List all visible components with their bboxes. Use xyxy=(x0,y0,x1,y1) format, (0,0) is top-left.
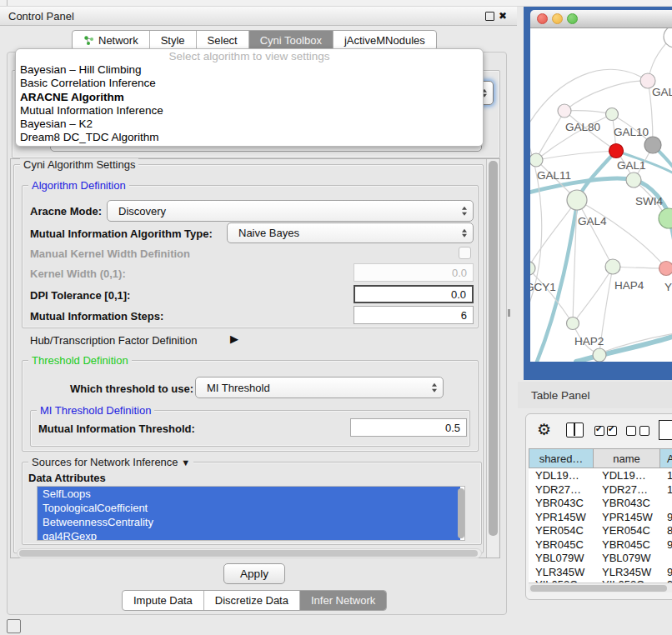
column-header-name[interactable]: name xyxy=(594,448,660,468)
node-hap2[interactable] xyxy=(567,318,579,330)
manual-kernel-label: Manual Kernel Width Definition xyxy=(30,248,190,260)
node-salmon[interactable] xyxy=(659,262,672,276)
mi-steps-value: 6 xyxy=(461,309,467,322)
document-icon[interactable] xyxy=(659,420,672,440)
node-gal11[interactable] xyxy=(530,153,543,167)
settings-vscrollbar-thumb[interactable] xyxy=(489,161,498,536)
control-panel-titlebar: Control Panel xyxy=(0,7,517,26)
attribute-item[interactable]: gal4RGexp xyxy=(38,529,460,541)
sources-title-text: Sources for Network Inference xyxy=(32,456,178,468)
dropdown-item-selected[interactable]: ARACNE Algorithm xyxy=(16,91,483,104)
dpi-tolerance-value: 0.0 xyxy=(451,288,466,301)
node-gray[interactable] xyxy=(644,137,661,153)
attributes-list-scrollbar-thumb[interactable] xyxy=(458,488,464,538)
aracne-mode-label: Aracne Mode: xyxy=(30,205,102,218)
kernel-width-input[interactable]: 0.0 xyxy=(354,263,474,282)
window-zoom-button[interactable] xyxy=(567,13,578,24)
aracne-mode-combo[interactable]: Discovery xyxy=(107,200,474,222)
manual-kernel-checkbox[interactable] xyxy=(459,247,471,259)
close-panel-icon[interactable]: ✖ xyxy=(499,11,507,21)
tab-style[interactable]: Style xyxy=(150,31,197,50)
attribute-item[interactable]: BetweennessCentrality xyxy=(38,515,460,529)
unchecked-box-icon[interactable] xyxy=(639,426,649,436)
mi-threshold-input[interactable]: 0.5 xyxy=(350,418,467,437)
node-labels: GAL GAL80 GAL10 GAL1 GAL11 SWI4 GAL4 GCY… xyxy=(530,86,672,348)
attribute-item[interactable]: SelfLoops xyxy=(38,487,460,501)
settings-hscrollbar[interactable] xyxy=(17,548,482,558)
mi-steps-label: Mutual Information Steps: xyxy=(30,310,163,322)
tab-cyni-toolbox-label: Cyni Toolbox xyxy=(260,34,322,47)
apply-button[interactable]: Apply xyxy=(223,563,285,584)
combo-spinner-icon xyxy=(432,383,437,392)
tab-discretize-data-label: Discretize Data xyxy=(215,594,288,607)
kernel-width-value: 0.0 xyxy=(452,267,467,279)
column-header-shared-name[interactable]: shared… xyxy=(529,448,594,468)
table-body: YDL19…YDL19…13 YDR27…YDR27…12 YBR043CYBR… xyxy=(529,468,672,582)
tab-infer-network-label: Infer Network xyxy=(311,594,375,607)
dropdown-item[interactable]: Mutual Information Inference xyxy=(16,104,483,118)
restore-panel-button[interactable] xyxy=(7,619,21,633)
table-hscrollbar-thumb[interactable] xyxy=(530,585,667,592)
tab-impute-data[interactable]: Impute Data xyxy=(123,591,204,610)
apply-button-label: Apply xyxy=(240,568,268,580)
hub-expander-arrow-icon[interactable]: ▶ xyxy=(230,332,238,345)
column-header-label: name xyxy=(613,452,640,465)
node-gal4[interactable] xyxy=(567,190,587,210)
algorithm-definition-title: Algorithm Definition xyxy=(28,179,129,192)
node-big-green[interactable] xyxy=(659,208,672,228)
checked-box-icon[interactable]: ✔ xyxy=(594,426,604,436)
unchecked-box-icon[interactable] xyxy=(626,426,636,436)
window-close-button[interactable] xyxy=(537,13,548,24)
network-window-titlebar[interactable] xyxy=(530,10,672,28)
table-hscrollbar[interactable] xyxy=(529,582,672,592)
dropdown-item[interactable]: Bayesian – Hill Climbing xyxy=(16,63,483,77)
column-browser-icon[interactable] xyxy=(566,422,584,438)
mi-type-value: Naive Bayes xyxy=(238,227,299,239)
combo-spinner-icon xyxy=(462,228,467,238)
node-hap4[interactable] xyxy=(605,259,620,274)
settings-hscrollbar-thumb[interactable] xyxy=(19,550,478,557)
tab-discretize-data[interactable]: Discretize Data xyxy=(204,591,300,610)
window-minimize-button[interactable] xyxy=(552,13,563,24)
dpi-tolerance-label: DPI Tolerance [0,1]: xyxy=(30,289,130,302)
node-gcy1[interactable] xyxy=(530,262,535,275)
node-gal80[interactable] xyxy=(558,104,571,118)
tab-select-label: Select xyxy=(208,34,238,47)
mi-steps-input[interactable]: 6 xyxy=(354,306,474,324)
tab-select[interactable]: Select xyxy=(197,31,249,50)
settings-vscrollbar[interactable] xyxy=(486,159,499,558)
node-gal10[interactable] xyxy=(606,108,619,121)
node-swi4[interactable] xyxy=(626,172,641,188)
tab-network[interactable]: Network xyxy=(73,31,150,50)
tab-jactivemnodules-label: jActiveMNodules xyxy=(344,34,425,47)
hub-definition-expander-label[interactable]: Hub/Transcription Factor Definition xyxy=(30,334,197,347)
checked-box-icon[interactable]: ✔ xyxy=(607,426,617,436)
mi-type-combo[interactable]: Naive Bayes xyxy=(227,222,474,243)
dropdown-item[interactable]: Dream8 DC_TDC Algorithm xyxy=(16,131,483,144)
panel-divider-handle[interactable] xyxy=(508,309,510,317)
data-attributes-label: Data Attributes xyxy=(28,472,106,484)
aracne-mode-value: Discovery xyxy=(118,205,166,218)
tab-cyni-toolbox[interactable]: Cyni Toolbox xyxy=(249,31,333,50)
node-gal1-red[interactable] xyxy=(609,144,624,158)
node-label: HAP2 xyxy=(574,335,604,348)
which-threshold-combo[interactable]: MI Threshold xyxy=(195,377,444,398)
column-header-partial[interactable]: A xyxy=(660,448,672,468)
float-panel-icon[interactable] xyxy=(485,12,494,21)
dropdown-item[interactable]: Bayesian – K2 xyxy=(16,118,483,131)
screen: Control Panel ✖ Network Style Select Cyn… xyxy=(0,0,672,635)
node-label: GAL10 xyxy=(614,126,649,138)
tab-jactivemnodules[interactable]: jActiveMNodules xyxy=(333,31,436,50)
network-canvas[interactable]: GAL GAL80 GAL10 GAL1 GAL11 SWI4 GAL4 GCY… xyxy=(530,28,672,362)
node-label: GAL xyxy=(652,86,672,98)
tab-infer-network[interactable]: Infer Network xyxy=(300,591,386,610)
mi-type-label: Mutual Information Algorithm Type: xyxy=(30,228,213,240)
gear-icon[interactable]: ⚙ xyxy=(537,421,551,439)
node-label: Y xyxy=(664,281,672,293)
dropdown-item[interactable]: Basic Correlation Inference xyxy=(16,77,483,90)
attribute-item[interactable]: TopologicalCoefficient xyxy=(38,501,460,515)
mi-threshold-group-title: MI Threshold Definition xyxy=(37,404,154,417)
dpi-tolerance-input[interactable]: 0.0 xyxy=(354,285,474,303)
node-bottom[interactable] xyxy=(593,348,606,362)
sources-collapse-arrow-icon[interactable]: ▼ xyxy=(181,458,190,468)
